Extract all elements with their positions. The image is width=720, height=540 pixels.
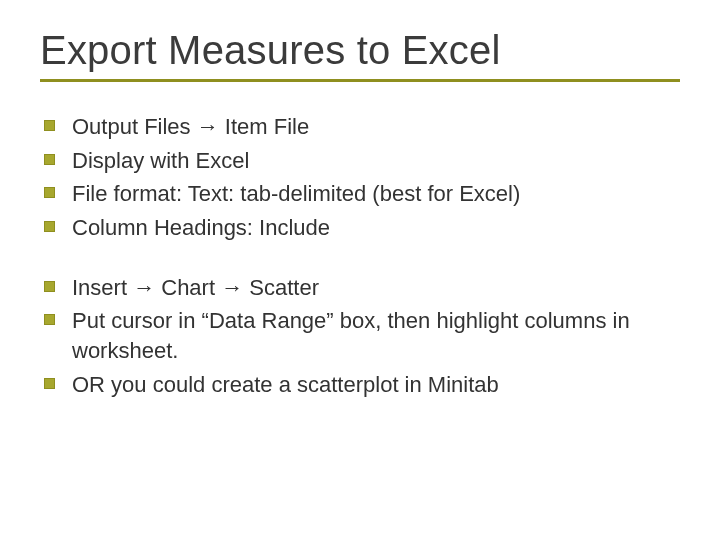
bullet-group-2: Insert → Chart → Scatter Put cursor in “… — [40, 273, 680, 400]
slide: Export Measures to Excel Output Files → … — [0, 0, 720, 540]
list-item: Display with Excel — [40, 146, 680, 176]
bullet-group-1: Output Files → Item File Display with Ex… — [40, 112, 680, 243]
title-rule — [40, 79, 680, 82]
list-item: Output Files → Item File — [40, 112, 680, 142]
group-gap — [40, 247, 680, 273]
page-title: Export Measures to Excel — [40, 28, 680, 73]
list-item: File format: Text: tab-delimited (best f… — [40, 179, 680, 209]
list-item: OR you could create a scatterplot in Min… — [40, 370, 680, 400]
list-item: Column Headings: Include — [40, 213, 680, 243]
list-item: Put cursor in “Data Range” box, then hig… — [40, 306, 680, 365]
list-item: Insert → Chart → Scatter — [40, 273, 680, 303]
